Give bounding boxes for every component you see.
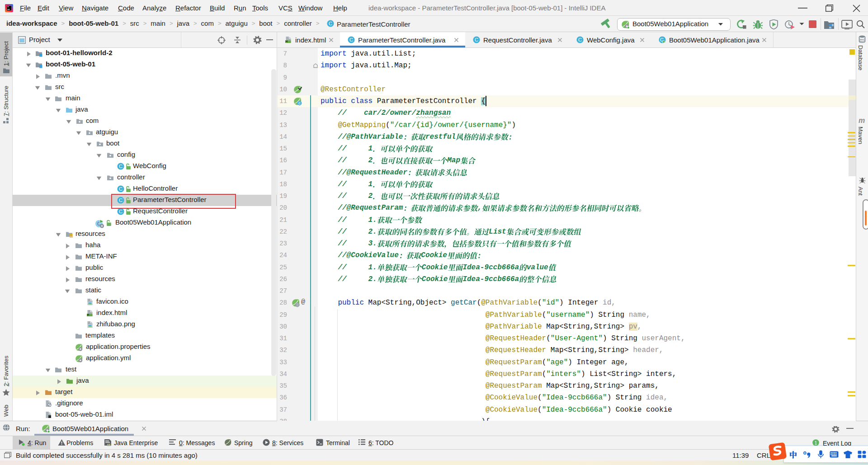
svg-text:c: c — [298, 101, 301, 105]
svg-text:1: 1 — [815, 441, 817, 446]
svg-text:C: C — [349, 37, 353, 42]
svg-text:C: C — [119, 164, 123, 169]
svg-text:H: H — [285, 40, 288, 43]
svg-text:C: C — [119, 186, 123, 192]
svg-text:C: C — [119, 209, 123, 214]
svg-text:H: H — [87, 313, 89, 316]
svg-text:C: C — [329, 21, 332, 26]
svg-text:C: C — [475, 37, 478, 42]
svg-text:EE: EE — [107, 443, 111, 446]
svg-text:C: C — [578, 37, 582, 42]
